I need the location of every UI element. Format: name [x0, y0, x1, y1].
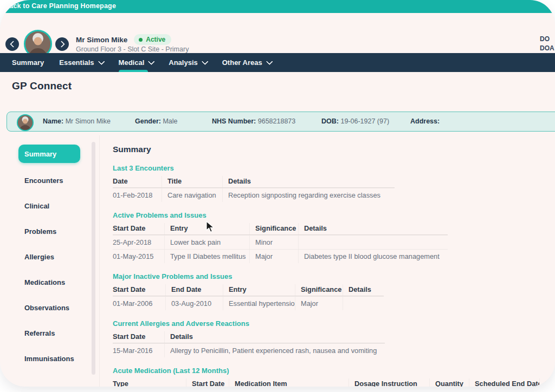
status-label: Active: [146, 36, 165, 43]
dob-field: DOB: 19-06-1927 (97): [321, 117, 389, 125]
nav-label: Other Areas: [222, 58, 262, 67]
table-header-row: Start Date Entry Significance Details: [113, 223, 448, 235]
section-title: Major Inactive Problems and Issues: [113, 272, 552, 281]
nhs-number-field: NHS Number: 9658218873: [212, 117, 295, 125]
column-header: Day: [539, 378, 555, 387]
cell-entry: Type II Diabetes mellitus: [164, 250, 249, 263]
dob-value: 19-06-1927 (97): [340, 117, 389, 125]
header-right-line2: DOA: [540, 44, 554, 53]
name-field: Name: Mr Simon Mike: [43, 117, 111, 125]
chevron-down-icon: [266, 58, 273, 65]
sidebar-item-problems[interactable]: Problems: [24, 219, 95, 244]
page-title: GP Connect: [12, 80, 72, 92]
nav-tab-medical[interactable]: Medical: [119, 53, 154, 72]
column-header: Significance: [295, 284, 343, 296]
nav-label: Essentials: [59, 58, 94, 67]
column-header: Start Date: [113, 331, 164, 343]
cell-end-date: 03-Aug-2010: [165, 297, 223, 310]
column-header: Start Date: [113, 223, 164, 234]
header-right-truncated-labels: DO DOA: [540, 35, 554, 53]
sidebar-divider: [99, 135, 100, 387]
column-header: Entry: [164, 223, 249, 234]
table-header-row: Start Date Details: [113, 331, 385, 343]
top-bar: Back to Care Planning Homepage: [0, 0, 555, 13]
nav-label: Medical: [119, 58, 145, 67]
header-right-line1: DO: [540, 35, 554, 44]
avatar-image: [18, 115, 33, 130]
chevron-down-icon: [148, 58, 155, 65]
name-value: Mr Simon Mike: [66, 117, 111, 125]
cell-start-date: 01-May-2015: [113, 250, 164, 263]
gender-field: Gender: Male: [135, 117, 178, 125]
cell-details: [343, 297, 384, 310]
sidebar-scrollbar[interactable]: [92, 142, 95, 375]
patient-name: Mr Simon Mike: [76, 36, 127, 44]
sidebar-item-referrals[interactable]: Referrals: [24, 321, 95, 346]
sidebar-item-allergies[interactable]: Allergies: [24, 244, 95, 270]
cell-significance: Minor: [249, 236, 298, 249]
cell-details: Allergy to Penicillin, Patient experienc…: [164, 344, 385, 357]
table-row: 25-Apr-2018 Lower back pain Minor: [113, 235, 448, 249]
column-header: Details: [343, 284, 384, 296]
summary-panel: Summary Last 3 Encounters Date Title Det…: [113, 135, 552, 387]
section-title: Last 3 Encounters: [113, 164, 552, 173]
back-to-homepage-link[interactable]: Back to Care Planning Homepage: [4, 2, 116, 10]
column-header: Significance: [249, 223, 298, 234]
cell-start-date: 15-Mar-2016: [113, 344, 164, 357]
sidebar-item-clinical[interactable]: Clinical: [24, 193, 95, 219]
cell-entry: Lower back pain: [164, 236, 249, 249]
chevron-down-icon: [98, 58, 105, 65]
cell-significance: Major: [295, 297, 343, 310]
gender-value: Male: [163, 117, 177, 125]
column-header: Scheduled End Date: [469, 378, 539, 387]
sidebar-item-immunisations[interactable]: Immunisations: [24, 346, 95, 371]
nhs-number-value: 9658218873: [258, 117, 296, 125]
cell-details: [298, 236, 448, 249]
encounters-table: Date Title Details 01-Feb-2018 Care navi…: [113, 176, 552, 202]
table-header-row: Date Title Details: [113, 176, 395, 188]
table-header-row: Type Start Date Medication Item Dosage I…: [113, 378, 555, 387]
cell-details: Reception signposting regarding exercise…: [222, 188, 395, 202]
cell-significance: Major: [249, 250, 298, 263]
column-header: Details: [298, 223, 448, 234]
column-header: Medication Item: [229, 378, 349, 387]
inactive-problems-table: Start Date End Date Entry Significance D…: [113, 284, 552, 310]
chevron-left-icon: [10, 41, 17, 48]
nav-tab-other-areas[interactable]: Other Areas: [222, 53, 272, 72]
sidebar-item-summary-active[interactable]: Summary: [18, 145, 80, 163]
gender-label: Gender:: [135, 117, 161, 125]
status-dot-icon: [139, 38, 143, 42]
column-header: Details: [222, 176, 395, 187]
column-header: Dosage Instruction: [349, 378, 429, 387]
cell-details: Diabetes type II blood glucose managemen…: [298, 250, 448, 263]
table-header-row: Start Date End Date Entry Significance D…: [113, 284, 384, 296]
name-label: Name:: [43, 117, 63, 125]
nav-tab-analysis[interactable]: Analysis: [169, 53, 206, 72]
allergies-table: Start Date Details 15-Mar-2016 Allergy t…: [113, 331, 552, 357]
panel-title: Summary: [113, 144, 552, 155]
active-problems-table: Start Date Entry Significance Details 25…: [113, 223, 552, 263]
chevron-right-icon: [58, 41, 65, 48]
patient-avatar-small: [17, 114, 34, 131]
next-patient-button[interactable]: [55, 37, 69, 51]
column-header: Date: [113, 176, 162, 187]
patient-location: Ground Floor 3 - Slot C Site - Primary: [76, 45, 189, 53]
nav-tab-essentials[interactable]: Essentials: [59, 53, 103, 72]
section-last-3-encounters: Last 3 Encounters Date Title Details 01-…: [113, 164, 552, 202]
column-header: End Date: [165, 284, 223, 296]
cell-date: 01-Feb-2018: [113, 188, 162, 202]
section-title: Active Problems and Issues: [113, 211, 552, 220]
nav-tab-summary[interactable]: Summary: [12, 53, 44, 72]
previous-patient-button[interactable]: [5, 37, 19, 51]
table-row: 01-Feb-2018 Care navigation Reception si…: [113, 188, 395, 202]
patient-header: Mr Simon Mike Active Ground Floor 3 - Sl…: [0, 13, 555, 53]
section-title: Current Allergies and Adverse Reactions: [113, 319, 552, 328]
nhs-number-label: NHS Number:: [212, 117, 256, 125]
section-major-inactive-problems: Major Inactive Problems and Issues Start…: [113, 272, 552, 310]
sidebar-item-medications[interactable]: Medications: [24, 270, 95, 295]
section-title: Acute Medication (Last 12 Months): [113, 366, 552, 375]
nav-label: Summary: [12, 58, 44, 67]
sidebar-item-encounters[interactable]: Encounters: [24, 168, 95, 193]
sidebar-item-observations[interactable]: Observations: [24, 295, 95, 321]
column-header: Details: [164, 331, 385, 343]
